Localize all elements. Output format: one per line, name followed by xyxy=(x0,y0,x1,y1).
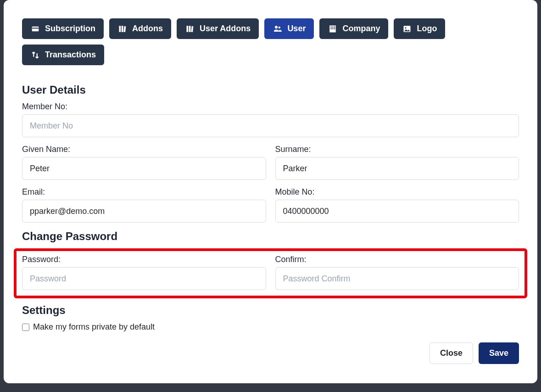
label-confirm: Confirm: xyxy=(275,255,519,264)
input-password[interactable] xyxy=(22,267,266,290)
tab-label: User xyxy=(287,24,306,34)
close-button[interactable]: Close xyxy=(429,342,473,364)
svg-rect-13 xyxy=(331,28,332,29)
svg-rect-14 xyxy=(333,28,334,29)
tab-user-addons[interactable]: User Addons xyxy=(177,18,259,39)
password-highlight-box: Password: Confirm: xyxy=(14,248,527,298)
section-title-change-password: Change Password xyxy=(22,230,519,243)
tab-label: Subscription xyxy=(45,24,95,34)
input-given-name[interactable] xyxy=(22,157,266,180)
tab-logo[interactable]: Logo xyxy=(394,18,445,39)
tab-label: User Addons xyxy=(200,24,251,34)
tab-addons[interactable]: Addons xyxy=(109,18,171,39)
row-contact: Email: Mobile No: xyxy=(22,187,519,223)
label-email: Email: xyxy=(22,187,266,197)
tab-subscription[interactable]: Subscription xyxy=(22,18,104,39)
tab-company[interactable]: Company xyxy=(319,18,388,39)
svg-rect-3 xyxy=(122,26,123,32)
row-name: Given Name: Surname: xyxy=(22,145,519,180)
svg-point-9 xyxy=(279,26,281,28)
input-member-no[interactable] xyxy=(22,114,519,137)
svg-rect-4 xyxy=(123,26,126,32)
svg-rect-2 xyxy=(119,26,121,32)
tab-label: Logo xyxy=(417,24,437,34)
tab-label: Transactions xyxy=(45,50,96,60)
building-icon xyxy=(328,24,338,34)
svg-rect-12 xyxy=(333,26,334,27)
input-password-confirm[interactable] xyxy=(275,267,519,290)
card-icon xyxy=(30,24,40,34)
svg-rect-16 xyxy=(334,28,335,29)
label-private-forms: Make my forms private by default xyxy=(33,322,155,332)
input-surname[interactable] xyxy=(275,157,519,180)
books-icon xyxy=(185,24,195,34)
row-password: Password: Confirm: xyxy=(22,255,519,290)
section-title-user-details: User Details xyxy=(22,84,519,96)
svg-rect-11 xyxy=(331,26,332,27)
save-button[interactable]: Save xyxy=(479,342,519,364)
label-surname: Surname: xyxy=(275,145,519,154)
section-title-settings: Settings xyxy=(22,304,519,317)
label-member-no: Member No: xyxy=(22,102,519,112)
input-email[interactable] xyxy=(22,200,266,223)
tab-label: Addons xyxy=(132,24,163,34)
tab-bar: Subscription Addons User Addons User Com xyxy=(22,18,519,65)
row-member-no: Member No: xyxy=(22,102,519,137)
books-icon xyxy=(117,24,128,34)
checkbox-private-forms[interactable] xyxy=(22,324,29,331)
label-password: Password: xyxy=(22,255,266,264)
tab-label: Company xyxy=(342,24,380,34)
svg-point-8 xyxy=(275,26,278,28)
footer-actions: Close Save xyxy=(429,342,519,364)
modal-dialog: Subscription Addons User Addons User Com xyxy=(4,0,537,383)
image-icon xyxy=(402,24,412,34)
label-mobile: Mobile No: xyxy=(275,187,519,197)
svg-rect-5 xyxy=(187,26,189,32)
svg-point-18 xyxy=(405,27,407,28)
label-given-name: Given Name: xyxy=(22,145,266,154)
svg-rect-7 xyxy=(191,26,193,32)
users-icon xyxy=(273,24,283,34)
row-private-forms: Make my forms private by default xyxy=(22,322,519,332)
svg-rect-15 xyxy=(334,26,335,27)
svg-rect-6 xyxy=(189,26,191,32)
transfer-icon xyxy=(30,50,40,60)
svg-rect-1 xyxy=(32,28,39,28)
tab-user[interactable]: User xyxy=(264,18,314,39)
svg-rect-0 xyxy=(32,26,39,31)
tab-transactions[interactable]: Transactions xyxy=(22,45,104,65)
input-mobile[interactable] xyxy=(275,200,519,223)
